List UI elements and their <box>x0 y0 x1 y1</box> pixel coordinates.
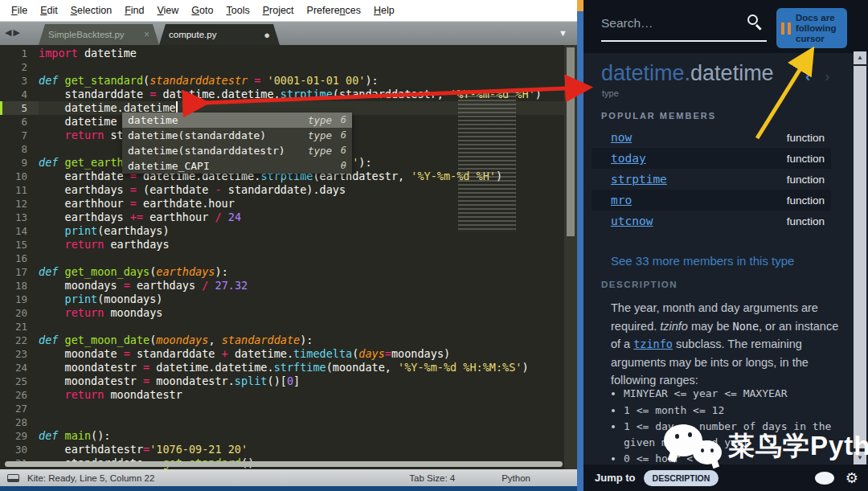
menu-find[interactable]: Find <box>118 0 150 21</box>
tab-close-icon[interactable]: × <box>144 29 149 40</box>
popular-members-list: nowfunctiontodayfunctionstrptimefunction… <box>592 127 831 231</box>
doc-kind-label: type <box>602 88 619 98</box>
member-row-now[interactable]: nowfunction <box>592 127 831 148</box>
editor-vertical-scrollbar[interactable] <box>564 45 577 469</box>
code-line-21[interactable]: 21 <box>0 320 577 333</box>
menu-selection[interactable]: Selection <box>64 0 118 21</box>
next-doc-icon[interactable]: › <box>825 68 829 84</box>
member-link[interactable]: now <box>611 131 632 144</box>
autocomplete-item[interactable]: datetimetype6 <box>122 113 352 128</box>
docs-follow-label: Docs are following cursor <box>796 13 842 44</box>
tab-nav-forward-icon: ▶ <box>13 27 21 37</box>
code-editor[interactable]: 1import datetime23def get_standard(stand… <box>0 45 577 469</box>
code-line-27[interactable]: 27 <box>0 402 577 415</box>
member-kind: function <box>787 153 825 165</box>
panel-divider[interactable] <box>577 0 583 491</box>
menu-goto[interactable]: Goto <box>185 0 219 21</box>
code-line-3[interactable]: 3def get_standard(standarddatestr = '000… <box>0 74 577 88</box>
autocomplete-item[interactable]: datetime(standarddatestr)type6 <box>122 143 352 158</box>
pause-icon <box>781 23 791 35</box>
status-message: Kite: Ready, Line 5, Column 22 <box>27 473 154 483</box>
menu-view[interactable]: View <box>150 0 185 21</box>
editor-horizontal-scrollbar[interactable] <box>5 461 563 468</box>
menu-project[interactable]: Project <box>256 0 301 21</box>
window-bottom-edge <box>0 486 577 491</box>
member-row-mro[interactable]: mrofunction <box>592 190 831 211</box>
tab-label: compute.py <box>169 30 216 39</box>
menu-file[interactable]: File <box>5 0 34 21</box>
code-line-28[interactable]: 28 <box>0 415 577 429</box>
watermark: 菜鸟学Python <box>661 421 868 471</box>
range-bullet: MINYEAR <= year <= MAXYEAR <box>624 386 842 402</box>
code-line-24[interactable]: 24 moondatestr = datetime.datetime.strft… <box>0 361 577 374</box>
docs-following-cursor-button[interactable]: Docs are following cursor <box>776 8 847 48</box>
jump-to-description-button[interactable]: DESCRIPTION <box>644 470 719 486</box>
code-line-26[interactable]: 26 return moondatestr <box>0 388 577 402</box>
tab-simplebacktest[interactable]: SimpleBacktest.py × <box>39 24 159 45</box>
code-line-30[interactable]: 30 earthdatestr='1076-09-21 20' <box>0 443 577 456</box>
menu-preferences[interactable]: Preferences <box>301 0 367 21</box>
member-row-utcnow[interactable]: utcnowfunction <box>592 211 831 231</box>
autocomplete-popup[interactable]: datetimetype6datetime(standarddate)type6… <box>122 113 352 174</box>
search-underline <box>601 40 767 42</box>
tab-label: SimpleBacktest.py <box>48 30 125 39</box>
code-line-29[interactable]: 29def main(): <box>0 429 577 443</box>
tab-nav-arrows[interactable]: ◀▶ <box>5 27 22 38</box>
tzinfo-link[interactable]: tzinfo <box>633 338 673 350</box>
laptop-icon <box>7 474 19 482</box>
code-line-15[interactable]: 15 return earthdays <box>0 238 577 252</box>
menu-help[interactable]: Help <box>367 0 401 21</box>
member-link[interactable]: today <box>611 152 646 165</box>
range-bullet: 1 <= month <= 12 <box>624 403 842 419</box>
search-icon[interactable] <box>747 14 764 31</box>
menu-tools[interactable]: Tools <box>219 0 256 21</box>
code-line-23[interactable]: 23 moondate = standarddate + datetime.ti… <box>0 347 577 361</box>
kite-docs-panel: Search… Docs are following cursor dateti… <box>583 0 868 491</box>
tab-overflow-icon[interactable]: ▼ <box>559 28 567 38</box>
editor-window: FileEditSelectionFindViewGotoToolsProjec… <box>0 0 577 491</box>
code-line-22[interactable]: 22def get_moon_date(moondays, standardda… <box>0 333 577 347</box>
search-input[interactable]: Search… <box>601 11 767 40</box>
member-kind: function <box>787 174 825 186</box>
code-line-16[interactable]: 16 <box>0 252 577 265</box>
text-caret <box>176 101 178 113</box>
code-line-25[interactable]: 25 moondatestr = moondatestr.split()[0] <box>0 374 577 388</box>
description-heading: DESCRIPTION <box>601 280 678 289</box>
scrollbar-thumb[interactable] <box>854 66 866 448</box>
member-row-today[interactable]: todayfunction <box>592 148 831 169</box>
scroll-up-icon[interactable]: ▲ <box>854 51 866 64</box>
panel-scrollbar[interactable]: ▲ ▼ <box>854 51 867 474</box>
member-link[interactable]: utcnow <box>611 215 653 227</box>
description-text: The year, month and day arguments are re… <box>611 299 847 390</box>
tab-nav-back-icon: ◀ <box>5 27 13 37</box>
search-area: Search… Docs are following cursor <box>583 0 868 53</box>
autocomplete-item[interactable]: datetime_CAPIθ <box>122 158 352 174</box>
code-line-18[interactable]: 18 moondays = earthdays / 27.32 <box>0 279 577 293</box>
jump-to-label: Jump to <box>595 472 636 484</box>
code-line-19[interactable]: 19 print(moondays) <box>0 293 577 306</box>
chat-bubble-icon[interactable] <box>815 472 834 485</box>
kite-completion-icon: θ <box>337 158 346 174</box>
code-line-20[interactable]: 20 return moondays <box>0 306 577 320</box>
member-link[interactable]: strptime <box>611 173 667 186</box>
divider-orange-cap <box>577 0 583 11</box>
tab-dirty-icon: ● <box>264 29 270 41</box>
code-line-2[interactable]: 2 <box>0 60 577 74</box>
member-link[interactable]: mro <box>611 194 632 207</box>
autocomplete-item[interactable]: datetime(standarddate)type6 <box>122 128 352 143</box>
tab-size-indicator[interactable]: Tab Size: 4 <box>409 473 455 483</box>
tab-bar: ◀▶ SimpleBacktest.py × compute.py ● ▼ <box>0 22 577 45</box>
wechat-icon <box>661 421 728 471</box>
member-row-strptime[interactable]: strptimefunction <box>592 169 831 190</box>
language-indicator[interactable]: Python <box>502 473 530 483</box>
menu-edit[interactable]: Edit <box>34 0 64 21</box>
prev-doc-icon[interactable]: ‹ <box>805 68 810 84</box>
tab-compute[interactable]: compute.py ● <box>159 24 280 45</box>
minimap[interactable] <box>458 92 516 231</box>
see-more-members-link[interactable]: See 33 more members in this type <box>611 254 794 268</box>
popular-members-heading: POPULAR MEMBERS <box>601 111 716 121</box>
code-line-1[interactable]: 1import datetime <box>0 47 577 60</box>
kite-completion-icon: 6 <box>337 113 346 128</box>
member-kind: function <box>787 194 825 207</box>
code-line-17[interactable]: 17def get_moon_days(earthdays): <box>0 265 577 279</box>
